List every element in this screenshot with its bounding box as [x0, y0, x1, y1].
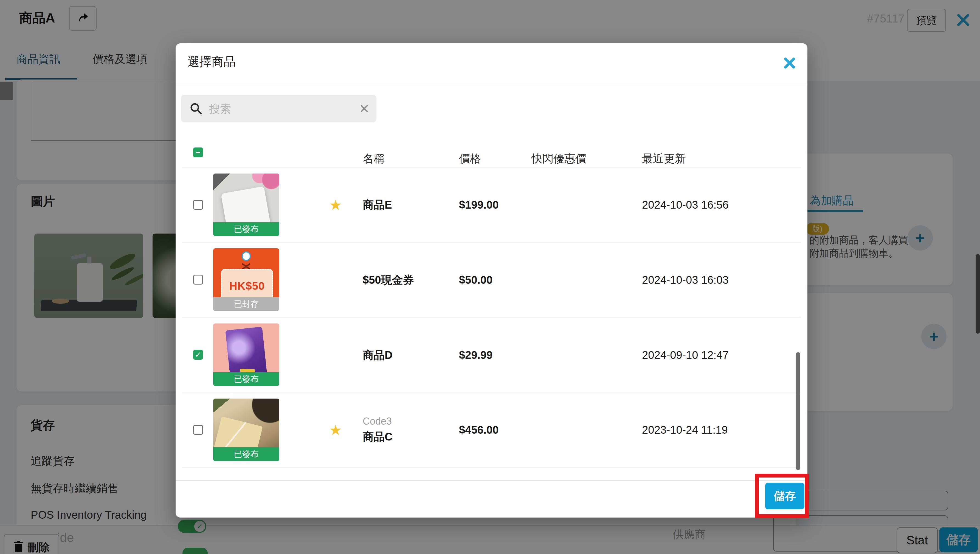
status-badge: 已封存	[213, 297, 279, 311]
product-updated: 2024-09-10 12:47	[642, 317, 757, 393]
row-checkbox[interactable]	[193, 200, 203, 210]
product-thumbnail: 已發布	[213, 323, 279, 386]
product-updated: 2024-10-03 16:03	[642, 242, 757, 317]
status-badge: 已發布	[213, 447, 279, 461]
search-clear-icon[interactable]	[359, 103, 370, 114]
modal-scrollbar[interactable]	[796, 352, 800, 470]
table-row[interactable]: 已發布 ★ 商品E $199.00 2024-10-03 16:56	[176, 167, 808, 242]
product-price: $199.00	[459, 167, 530, 242]
product-updated: 2023-10-24 11:19	[642, 393, 757, 467]
table-row[interactable]: 已發布 ★ Code3 商品C $456.00 2023-10-24 11:19	[176, 393, 808, 467]
search-box	[181, 95, 377, 122]
product-name: 商品D	[363, 348, 393, 363]
modal-footer-divider	[176, 480, 808, 481]
modal-close-icon[interactable]	[781, 54, 798, 72]
star-icon: ★	[326, 393, 345, 467]
status-badge: 已發布	[213, 222, 279, 236]
modal-header-divider	[176, 84, 808, 84]
product-thumbnail: HK$50 已封存	[213, 248, 279, 311]
product-code: Code3	[363, 416, 392, 427]
star-icon: ★	[326, 167, 345, 242]
select-products-modal: 選擇商品 名稱 價格 快閃優惠價 最近更新 已發布 ★ 商品E $199.00 …	[176, 43, 808, 517]
search-input[interactable]	[209, 95, 338, 123]
product-price: $50.00	[459, 242, 530, 317]
coupon-logo	[242, 252, 251, 261]
snack-bag-decoration	[225, 327, 267, 379]
product-price: $29.99	[459, 317, 530, 393]
product-name: 商品E	[363, 197, 392, 212]
product-price: $456.00	[459, 393, 530, 467]
status-badge: 已發布	[213, 372, 279, 386]
search-icon	[189, 102, 203, 116]
product-name: 商品C	[363, 429, 393, 444]
modal-title: 選擇商品	[187, 54, 236, 70]
row-checkbox[interactable]	[193, 425, 203, 435]
column-header-updated: 最近更新	[642, 151, 686, 166]
column-header-name: 名稱	[363, 151, 385, 166]
product-updated: 2024-10-03 16:56	[642, 167, 757, 242]
column-header-flash-price: 快閃優惠價	[531, 151, 586, 166]
row-checkbox-checked[interactable]: ✓	[193, 350, 203, 360]
table-divider	[182, 467, 801, 468]
product-name: $50現金券	[363, 272, 414, 288]
table-row[interactable]: ✓ 已發布 商品D $29.99 2024-09-10 12:47	[176, 317, 808, 393]
product-thumbnail: 已發布	[213, 399, 279, 461]
column-header-price: 價格	[459, 151, 481, 166]
row-checkbox[interactable]	[193, 275, 203, 285]
table-row[interactable]: HK$50 已封存 $50現金券 $50.00 2024-10-03 16:03	[176, 242, 808, 317]
annotation-highlight-rectangle	[755, 474, 809, 518]
select-all-checkbox[interactable]	[193, 148, 203, 158]
product-thumbnail: 已發布	[213, 174, 279, 236]
